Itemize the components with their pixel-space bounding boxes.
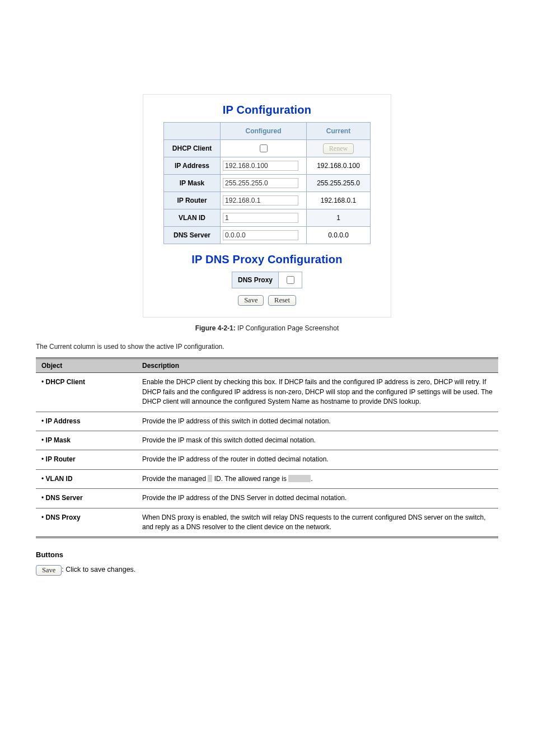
desc-row-router: • IP Router Provide the IP address of th… [36,450,498,469]
header-configured: Configured [221,123,307,140]
desc-ip-address: Provide the IP address of this switch in… [137,412,498,431]
ip-config-table: Configured Current DHCP Client Renew IP … [163,122,371,244]
obj-dns-proxy: DNS Proxy [46,514,81,521]
dns-server-current: 0.0.0.0 [307,227,371,244]
row-dhcp: DHCP Client Renew [164,140,371,157]
obj-ip-router: IP Router [46,455,76,463]
desc-header-object: Object [36,358,137,373]
desc-header-description: Description [137,358,498,373]
desc-dns-proxy: When DNS proxy is enabled, the switch wi… [137,508,498,538]
obj-ip-address: IP Address [46,417,81,425]
dns-proxy-table: DNS Proxy [232,272,302,288]
label-vlan-id: VLAN ID [164,209,221,227]
label-dns-proxy: DNS Proxy [232,272,278,288]
desc-row-dns: • DNS Server Provide the IP address of t… [36,489,498,508]
desc-dhcp-client: Enable the DHCP client by checking this … [137,373,498,412]
save-button-desc: : Click to save changes. [62,566,135,573]
buttons-section: Buttons Save: Click to save changes. [36,550,498,576]
header-blank [164,123,221,140]
vlan-id-input[interactable] [223,213,298,223]
desc-ip-mask: Provide the IP mask of this switch dotte… [137,431,498,450]
desc-ip-router: Provide the IP address of the router in … [137,450,498,469]
description-table: Object Description • DHCP Client Enable … [36,357,498,538]
renew-button: Renew [323,143,354,154]
row-mask: IP Mask 255.255.255.0 [164,175,371,192]
dns-proxy-title: IP DNS Proxy Configuration [152,253,382,266]
save-button-doc[interactable]: Save [36,565,62,576]
save-button[interactable]: Save [238,295,264,306]
label-ip-address: IP Address [164,157,221,175]
header-current: Current [307,123,371,140]
intro-paragraph: The Current column is used to show the a… [36,342,498,352]
ip-config-panel: IP Configuration Configured Current DHCP… [143,94,391,318]
row-dns: DNS Server 0.0.0.0 [164,227,371,244]
dns-server-input[interactable] [223,230,298,240]
desc-row-dhcp: • DHCP Client Enable the DHCP client by … [36,373,498,412]
desc-vlan-id: Provide the managed ID. The allowed rang… [137,469,498,488]
desc-row-vlan: • VLAN ID Provide the managed ID. The al… [36,469,498,488]
ip-router-current: 192.168.0.1 [307,192,371,209]
row-router: IP Router 192.168.0.1 [164,192,371,209]
vlan-id-current: 1 [307,209,371,227]
desc-row-dnsproxy: • DNS Proxy When DNS proxy is enabled, t… [36,508,498,538]
label-ip-router: IP Router [164,192,221,209]
obj-dns-server: DNS Server [46,494,83,502]
ip-address-input[interactable] [223,161,298,171]
desc-dns-server: Provide the IP address of the DNS Server… [137,489,498,508]
reset-button[interactable]: Reset [268,295,296,306]
desc-row-mask: • IP Mask Provide the IP mask of this sw… [36,431,498,450]
row-vlan: VLAN ID 1 [164,209,371,227]
ip-router-input[interactable] [223,195,298,206]
label-ip-mask: IP Mask [164,175,221,192]
label-dhcp-client: DHCP Client [164,140,221,157]
ip-config-title: IP Configuration [152,104,382,116]
figure-caption-text: IP Configuration Page Screenshot [236,324,339,332]
figure-caption-prefix: Figure 4-2-1: [195,324,236,332]
ip-mask-current: 255.255.255.0 [307,175,371,192]
obj-dhcp-client: DHCP Client [46,378,85,386]
dhcp-client-checkbox[interactable] [260,144,268,152]
label-dns-server: DNS Server [164,227,221,244]
ip-address-current: 192.168.0.100 [307,157,371,175]
row-ip: IP Address 192.168.0.100 [164,157,371,175]
ip-mask-input[interactable] [223,178,298,188]
obj-vlan-id: VLAN ID [46,475,73,483]
figure-caption: Figure 4-2-1: IP Configuration Page Scre… [36,324,498,332]
desc-row-ip: • IP Address Provide the IP address of t… [36,412,498,431]
obj-ip-mask: IP Mask [46,436,71,444]
obscured-range-icon [288,475,311,482]
dns-proxy-checkbox[interactable] [287,276,294,284]
buttons-heading: Buttons [36,550,498,559]
